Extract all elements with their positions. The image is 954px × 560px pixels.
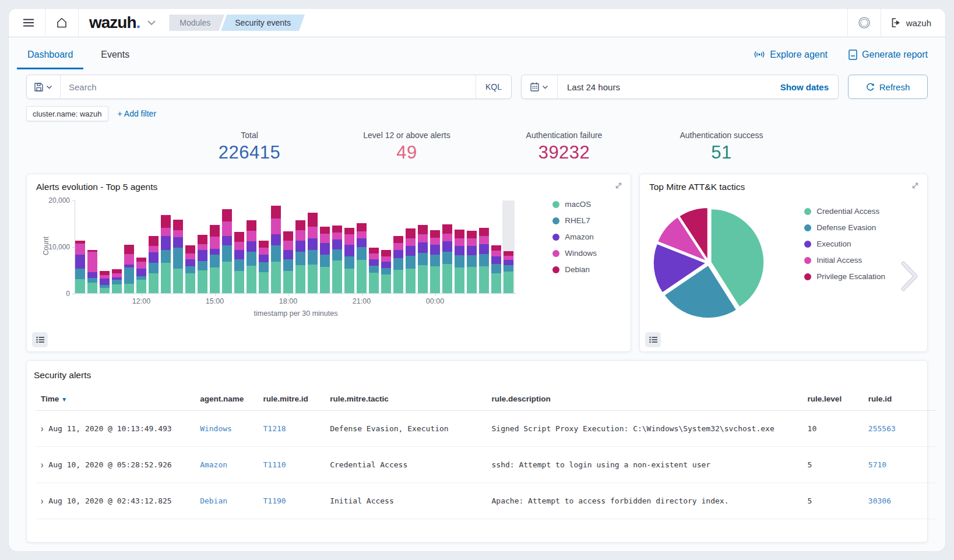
stacked-bar[interactable] xyxy=(381,250,391,293)
column-header-rule-description[interactable]: rule.description xyxy=(487,389,803,411)
search-input[interactable] xyxy=(61,82,476,92)
bar-segment-windows xyxy=(369,253,379,259)
column-header-agent-name[interactable]: agent.name xyxy=(195,389,258,411)
cell-rule-id-link[interactable]: 30306 xyxy=(864,483,937,519)
cell-agent-name-link[interactable]: Amazon xyxy=(195,447,258,483)
cell-rule-id-link[interactable]: 5710 xyxy=(864,447,937,483)
refresh-button[interactable]: Refresh xyxy=(848,75,928,99)
x-axis-tick-label: 18:00 xyxy=(279,297,297,305)
stacked-bar[interactable] xyxy=(504,251,513,293)
legend-item-amazon[interactable]: Amazon xyxy=(552,233,597,241)
legend-item-rhel7[interactable]: RHEL7 xyxy=(552,216,597,225)
cell-mitre-tactic: Credential Access xyxy=(325,447,487,483)
legend-item-macos[interactable]: macOS xyxy=(552,200,597,209)
stacked-bar[interactable] xyxy=(295,220,305,293)
stacked-bar[interactable] xyxy=(136,258,146,293)
column-header-rule-mitre-id[interactable]: rule.mitre.id xyxy=(259,389,326,411)
show-dates-button[interactable]: Show dates xyxy=(771,82,838,92)
legend-item-credential-access[interactable]: Credential Access xyxy=(804,207,885,216)
stacked-bar[interactable] xyxy=(491,245,501,293)
stacked-bar[interactable] xyxy=(393,236,403,293)
time-range-value[interactable]: Last 24 hours xyxy=(558,82,771,92)
stacked-bar[interactable] xyxy=(259,241,269,293)
expand-panel-icon[interactable] xyxy=(911,181,920,190)
stacked-bar[interactable] xyxy=(161,215,171,293)
stacked-bar[interactable] xyxy=(124,245,134,293)
kql-button[interactable]: KQL xyxy=(476,75,511,98)
column-header-rule-id[interactable]: rule.id xyxy=(864,389,937,411)
stacked-bar[interactable] xyxy=(100,271,110,293)
explore-agent-button[interactable]: Explore agent xyxy=(754,50,828,60)
cell-mitre-id-link[interactable]: T1218 xyxy=(259,411,326,447)
health-check-button[interactable] xyxy=(853,11,876,34)
stacked-bar[interactable] xyxy=(406,228,416,293)
legend-item-privilege-escalation[interactable]: Privilege Escalation xyxy=(804,272,885,281)
column-header-rule-level[interactable]: rule.level xyxy=(803,389,864,411)
stacked-bar[interactable] xyxy=(357,223,367,293)
legend-item-execution[interactable]: Execution xyxy=(804,240,885,248)
legend-item-initial-access[interactable]: Initial Access xyxy=(804,256,885,265)
legend-item-windows[interactable]: Windows xyxy=(552,249,597,258)
cell-mitre-id-link[interactable]: T1110 xyxy=(259,447,326,483)
stacked-bar[interactable] xyxy=(87,250,97,293)
cell-mitre-id-link[interactable]: T1190 xyxy=(259,483,326,519)
expand-row-icon[interactable]: › xyxy=(41,459,43,471)
stacked-bar[interactable] xyxy=(222,209,232,293)
next-visualization-chevron-icon[interactable] xyxy=(899,260,919,292)
tab-events[interactable]: Events xyxy=(100,39,131,71)
stacked-bar[interactable] xyxy=(149,236,159,293)
legend-toggle-button[interactable] xyxy=(645,332,661,347)
bar-segment-windows xyxy=(393,243,403,249)
legend-item-debian[interactable]: Debian xyxy=(552,265,597,274)
date-quick-select-button[interactable] xyxy=(522,75,558,98)
cell-agent-name-link[interactable]: Debian xyxy=(195,483,258,519)
column-header-rule-mitre-tactic[interactable]: rule.mitre.tactic xyxy=(325,389,487,411)
tab-dashboard[interactable]: Dashboard xyxy=(26,39,74,71)
cell-rule-id-link[interactable]: 255563 xyxy=(864,411,937,447)
menu-button[interactable] xyxy=(17,11,40,34)
filter-pill-cluster-name[interactable]: cluster.name: wazuh xyxy=(26,106,108,121)
stacked-bar[interactable] xyxy=(198,235,207,293)
stacked-bar[interactable] xyxy=(430,230,440,293)
stacked-bar[interactable] xyxy=(283,231,293,293)
list-icon xyxy=(36,336,44,343)
stacked-bar[interactable] xyxy=(442,224,452,293)
stacked-bar[interactable] xyxy=(467,231,477,293)
legend-item-defense-evasion[interactable]: Defense Evasion xyxy=(804,223,885,232)
bar-segment-windows xyxy=(357,231,367,238)
stacked-bar[interactable] xyxy=(247,220,256,293)
stacked-bar[interactable] xyxy=(185,245,195,293)
stacked-bar[interactable] xyxy=(271,206,281,293)
stacked-bar[interactable] xyxy=(479,228,489,293)
breadcrumb-modules[interactable]: Modules xyxy=(169,15,224,31)
cell-agent-name-link[interactable]: Windows xyxy=(195,411,258,447)
legend-label: macOS xyxy=(565,200,591,209)
stacked-bar[interactable] xyxy=(112,269,122,293)
legend-color-dot xyxy=(804,241,811,248)
stacked-bar[interactable] xyxy=(210,225,220,293)
stacked-bar[interactable] xyxy=(332,226,342,293)
stacked-bar[interactable] xyxy=(344,228,354,293)
stacked-bar[interactable] xyxy=(418,225,428,293)
app-switcher[interactable]: wazuh. xyxy=(83,13,156,32)
user-menu[interactable]: wazuh xyxy=(886,18,937,28)
stacked-bar[interactable] xyxy=(369,248,379,293)
stacked-bar[interactable] xyxy=(234,232,244,293)
stacked-bar[interactable] xyxy=(308,213,318,293)
add-filter-button[interactable]: + Add filter xyxy=(118,109,157,118)
expand-panel-icon[interactable] xyxy=(614,181,623,190)
bar-segment-amazon xyxy=(247,241,256,252)
generate-report-button[interactable]: Generate report xyxy=(849,50,928,60)
saved-queries-button[interactable] xyxy=(27,75,61,98)
stacked-bar[interactable] xyxy=(455,230,464,293)
stacked-bar[interactable] xyxy=(320,227,330,293)
stacked-bar[interactable] xyxy=(173,220,183,293)
expand-row-icon[interactable]: › xyxy=(41,495,43,507)
cell-mitre-tactic: Defense Evasion, Execution xyxy=(325,411,487,447)
bar-segment-amazon xyxy=(381,262,391,267)
stacked-bar[interactable] xyxy=(75,241,85,293)
legend-toggle-button[interactable] xyxy=(32,332,48,347)
expand-row-icon[interactable]: › xyxy=(41,423,43,435)
column-header-time[interactable]: Time▼ xyxy=(36,389,195,411)
home-button[interactable] xyxy=(50,11,73,34)
